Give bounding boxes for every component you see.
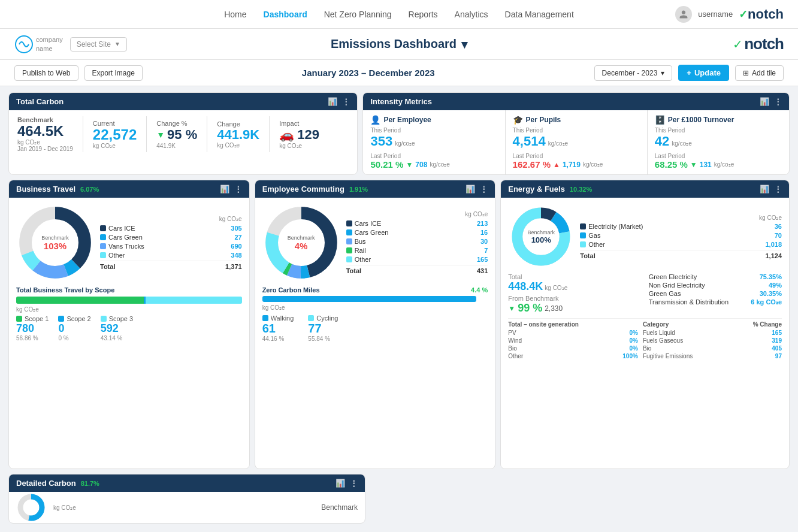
ef-generation-table: Total – onsite generation Category % Cha… [508,318,782,359]
ec-chart-icon[interactable]: 📊 [466,185,475,194]
bt-scope2-value: 0 [58,322,90,335]
nav-home[interactable]: Home [224,10,246,19]
total-carbon-body: Benchmark 464.5K kg CO₂e Jan 2019 - Dec … [9,110,357,158]
intensity-body: 👤 Per Employee This Period 353 kg/co₂e L… [363,110,789,174]
nav-data-management[interactable]: Data Management [505,10,574,19]
bt-menu-icon[interactable]: ⋮ [234,185,242,194]
ef-right-stats: Green Electricity 75.35% Non Grid Electr… [649,273,782,315]
notch-logo-text: notch [744,35,784,53]
dc-benchmark-label: Benchmark [321,503,358,512]
publish-to-web-button[interactable]: Publish to Web [14,65,78,81]
site-select-dropdown[interactable]: Select Site ▼ [70,37,127,52]
ef-legend-2: Gas 70 [580,232,782,239]
bt-scope-section: Total Business Travel by Scope kg CO₂e S… [16,286,242,341]
ec-pct-badge: 1.91% [349,186,368,193]
ef-trans-value: 6 kg CO₂e [751,298,782,306]
nav-netzero[interactable]: Net Zero Planning [324,10,392,19]
total-carbon-header: Total Carbon 📊 ⋮ [9,93,357,110]
bt-scope-title: Total Business Travel by Scope [16,286,242,294]
ef-menu-icon[interactable]: ⋮ [774,185,782,194]
bt-scope3: Scope 3 592 43.14 % [101,315,133,341]
dc-menu-icon[interactable]: ⋮ [350,479,358,488]
ec-legend: kg CO₂e Cars ICE 213 Cars Green 16 Bus 3… [346,211,488,274]
zc-walking-pct: 44.16 % [262,335,294,342]
bt-chart-icon[interactable]: 📊 [220,185,229,194]
employee-commuting-card: Employee Commuting 1.91% 📊 ⋮ [255,180,496,469]
export-image-button[interactable]: Export Image [84,65,143,81]
ec-donut-value: 4% [288,241,315,251]
tc-impact-label: Impact [279,120,319,127]
ef-arrow-down-icon: ▼ [508,304,515,313]
per-turnover-last-value: 68.25 % [655,159,688,170]
ef-donut-value: 100% [527,235,555,244]
add-tile-button[interactable]: ⊞Add tile [735,65,784,81]
zc-bar [262,296,477,302]
dc-header: Detailed Carbon 81.7% 📊 ⋮ [9,474,365,492]
tc-change-pct: Change % ▼ 95 % 441.9K [156,120,197,149]
per-pupils-prev-unit: kg/co₂e [583,161,603,168]
tc-impact-value: 129 [297,127,319,143]
bt-scope2-pct: 0 % [58,335,90,341]
ef-gen-row-3: Bio 0% Bio 405 [508,345,782,352]
ef-left-stats: Total 448.4K kg CO₂e From Benchmark ▼ 99… [508,273,641,315]
ef-legend-1: Electricity (Market) 36 [580,223,782,230]
total-carbon-menu-icon[interactable]: ⋮ [342,97,350,106]
tc-benchmark-unit: kg CO₂e [17,139,73,146]
tc-benchmark: Benchmark 464.5K kg CO₂e Jan 2019 - Dec … [17,116,73,152]
sub-header: companyname Select Site ▼ Emissions Dash… [0,29,798,60]
zc-cycling-pct: 55.84 % [308,335,338,342]
intensity-metrics-card: Intensity Metrics 📊 ⋮ 👤 Per Employee Thi… [362,92,790,175]
grad-cap-icon: 🎓 [513,115,523,125]
tc-change: Change 441.9K kg CO₂e [217,120,259,149]
per-employee-prev: 708 [415,161,427,169]
total-carbon-chart-icon[interactable]: 📊 [328,97,337,106]
per-employee-unit: kg/co₂e [395,140,415,147]
zc-walking: Walking 61 44.16 % [262,315,294,342]
company-logo-icon [14,35,34,54]
nav-reports[interactable]: Reports [409,10,438,19]
ef-gen-row-4: Other 100% Fugitive Emissions 97 [508,353,782,359]
bt-header: Business Travel 6.07% 📊 ⋮ [9,180,249,198]
per-employee-down-icon: ▼ [406,161,413,169]
ec-menu-icon[interactable]: ⋮ [480,185,488,194]
date-range-text: January 2023 – December 2023 [149,68,588,78]
ec-body: Benchmark 4% kg CO₂e Cars ICE 213 Cars G… [255,198,495,468]
tc-impact-unit: kg CO₂e [279,143,319,149]
bt-legend-row-1: Cars ICE 305 [100,225,242,232]
top-nav: Home Dashboard Net Zero Planning Reports… [0,0,798,29]
nav-analytics[interactable]: Analytics [455,10,488,19]
dashboard-title-chevron[interactable]: ▾ [461,37,467,52]
zc-walking-value: 61 [262,322,294,335]
bt-scope1-pct: 56.86 % [16,335,49,341]
dashboard-title: Emissions Dashboard ▾ [331,37,467,52]
dc-chart-icon[interactable]: 📊 [335,479,345,488]
ec-donut: Benchmark 4% [262,204,340,282]
ef-header: Energy & Fuels 10.32% 📊 ⋮ [501,180,789,198]
user-avatar[interactable] [675,6,692,23]
intensity-chart-icon[interactable]: 📊 [760,97,769,106]
per-turnover-prev-unit: kg/co₂e [714,161,734,168]
ef-donut: Benchmark 100% [508,204,574,270]
bt-scope1-value: 780 [16,322,49,335]
nav-dashboard[interactable]: Dashboard [264,10,307,19]
ec-legend-row-2: Cars Green 16 [346,229,488,236]
row-2: Business Travel 6.07% 📊 ⋮ [8,180,790,469]
per-turnover-label: Per £1000 Turnover [668,116,734,124]
intensity-header: Intensity Metrics 📊 ⋮ [363,93,789,110]
per-pupils-prev: 1,719 [563,161,581,169]
tc-current-label: Current [93,120,137,127]
intensity-menu-icon[interactable]: ⋮ [774,97,782,106]
tc-current: Current 22,572 kg CO₂e [93,120,137,149]
ef-donut-label: Benchmark [527,229,555,235]
date-filter-dropdown[interactable]: December - 2023▾ [594,65,673,81]
per-turnover-col: 🗄️ Per £1000 Turnover This Period 42 kg/… [648,110,789,174]
ec-header: Employee Commuting 1.91% 📊 ⋮ [255,180,495,198]
per-pupils-last-value: 162.67 % [513,159,551,170]
per-employee-label: Per Employee [383,116,431,124]
update-button[interactable]: +Update [678,65,729,81]
bt-donut: Benchmark 103% [16,204,94,282]
ef-chart-icon[interactable]: 📊 [760,185,769,194]
ef-legend-total: Total 1,124 [580,250,782,259]
dc-donut-preview [16,492,46,522]
per-employee-this-period-label: This Period [370,127,497,134]
